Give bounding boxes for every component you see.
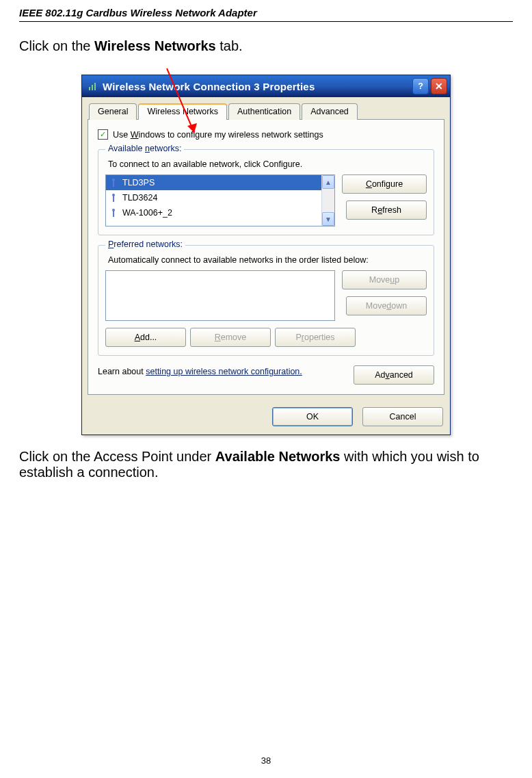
list-item[interactable]: WA-1006+_2 xyxy=(106,205,321,220)
text: Move xyxy=(366,301,387,311)
text: Available xyxy=(108,144,145,153)
group-legend-available: Available networks: xyxy=(105,144,184,153)
text: dd... xyxy=(140,333,157,342)
text: Ad xyxy=(375,370,385,380)
text: R xyxy=(371,205,377,215)
text: C xyxy=(366,179,372,189)
text: Click on the xyxy=(19,38,94,53)
text: Use xyxy=(113,130,131,140)
text: e xyxy=(377,205,382,215)
access-point-icon xyxy=(109,178,118,187)
access-point-icon xyxy=(109,208,118,218)
instruction-text-2: Click on the Access Point under Availabl… xyxy=(19,449,513,480)
text: etworks: xyxy=(150,144,182,153)
document-header: IEEE 802.11g Cardbus Wireless Network Ad… xyxy=(19,7,513,18)
move-down-button[interactable]: Move down xyxy=(346,296,427,315)
text: R xyxy=(215,333,221,342)
horizontal-rule xyxy=(19,21,513,22)
text: n xyxy=(145,144,150,153)
advanced-button[interactable]: Advanced xyxy=(354,365,434,385)
tab-strip: General Wireless Networks Authentication… xyxy=(82,97,450,119)
add-button[interactable]: Add... xyxy=(105,328,186,347)
list-item-label: TLD3PS xyxy=(122,178,155,187)
dialog-button-row: OK Cancel xyxy=(82,400,450,435)
text: onfigure xyxy=(372,179,403,189)
svg-rect-2 xyxy=(89,87,90,90)
text: u xyxy=(390,275,395,285)
wireless-icon xyxy=(86,80,98,92)
list-item[interactable]: TLD3PS xyxy=(106,175,321,190)
preferred-networks-group: Preferred networks: Automatically connec… xyxy=(98,245,434,356)
configure-button[interactable]: Configure xyxy=(342,174,427,194)
refresh-button[interactable]: Refresh xyxy=(346,200,427,220)
available-networks-list[interactable]: TLD3PS TLD3624 WA-1006+_2 xyxy=(105,174,335,226)
text: tab. xyxy=(216,38,243,53)
text-bold: Available Networks xyxy=(215,449,341,464)
checkbox-label: Use Windows to configure my wireless net… xyxy=(113,130,323,140)
text: anced xyxy=(390,370,413,380)
text-bold: Wireless Networks xyxy=(94,38,216,53)
list-item[interactable]: TLD3624 xyxy=(106,190,321,205)
instruction-text-1: Click on the Wireless Networks tab. xyxy=(19,38,513,54)
text: A xyxy=(135,333,140,342)
titlebar[interactable]: Wireless Network Connection 3 Properties… xyxy=(82,75,450,97)
text: W xyxy=(131,130,139,140)
text: operties xyxy=(304,333,334,342)
text: own xyxy=(391,301,407,311)
tab-advanced[interactable]: Advanced xyxy=(302,103,358,120)
use-windows-checkbox-row[interactable]: ✓ Use Windows to configure my wireless n… xyxy=(98,129,434,140)
list-item-label: WA-1006+_2 xyxy=(122,208,172,218)
preferred-networks-list[interactable] xyxy=(105,270,335,321)
text: d xyxy=(386,301,391,311)
preferred-help-text: Automatically connect to available netwo… xyxy=(108,255,427,265)
svg-rect-7 xyxy=(113,196,114,202)
checkbox-icon[interactable]: ✓ xyxy=(98,129,108,140)
close-button[interactable]: ✕ xyxy=(431,78,447,94)
svg-point-6 xyxy=(112,179,115,181)
text: referred networks: xyxy=(114,239,183,249)
svg-rect-4 xyxy=(94,83,96,90)
move-up-button[interactable]: Move up xyxy=(342,270,427,289)
properties-button[interactable]: Properties xyxy=(275,328,356,347)
cancel-button[interactable]: Cancel xyxy=(362,407,443,426)
text: P xyxy=(296,333,302,342)
svg-point-8 xyxy=(112,194,115,196)
tab-wireless-networks[interactable]: Wireless Networks xyxy=(138,103,227,120)
text: Learn about xyxy=(98,367,146,376)
svg-rect-5 xyxy=(113,181,114,187)
scroll-down-button[interactable]: ▼ xyxy=(322,212,334,226)
tab-general[interactable]: General xyxy=(89,103,137,120)
svg-rect-9 xyxy=(113,211,114,217)
text: Move xyxy=(369,275,390,285)
learn-link[interactable]: setting up wireless network configuratio… xyxy=(146,367,302,376)
text: Click on the Access Point under xyxy=(19,449,215,464)
properties-dialog: Wireless Network Connection 3 Properties… xyxy=(81,75,451,435)
group-legend-preferred: Preferred networks: xyxy=(105,239,185,249)
access-point-icon xyxy=(109,193,118,203)
tab-authentication[interactable]: Authentication xyxy=(228,103,300,120)
scroll-track[interactable] xyxy=(322,189,334,212)
learn-text: Learn about setting up wireless network … xyxy=(98,365,354,378)
scrollbar[interactable]: ▲ ▼ xyxy=(321,175,334,226)
svg-rect-3 xyxy=(92,85,93,90)
available-help-text: To connect to an available network, clic… xyxy=(108,159,427,169)
svg-point-10 xyxy=(112,209,115,211)
list-item-label: TLD3624 xyxy=(122,193,157,203)
learn-about-row: Learn about setting up wireless network … xyxy=(98,365,434,385)
available-networks-group: Available networks: To connect to an ava… xyxy=(98,149,434,235)
help-button[interactable]: ? xyxy=(412,78,429,94)
text: emove xyxy=(221,333,247,342)
text: fresh xyxy=(382,205,401,215)
scroll-up-button[interactable]: ▲ xyxy=(322,175,334,189)
ok-button[interactable]: OK xyxy=(272,407,353,426)
remove-button[interactable]: Remove xyxy=(190,328,271,347)
text: p xyxy=(395,275,399,285)
text: indows to configure my wireless network … xyxy=(139,130,323,140)
page-number: 38 xyxy=(0,755,532,766)
dialog-title: Wireless Network Connection 3 Properties xyxy=(103,81,410,92)
tab-panel-wireless: ✓ Use Windows to configure my wireless n… xyxy=(88,119,444,395)
